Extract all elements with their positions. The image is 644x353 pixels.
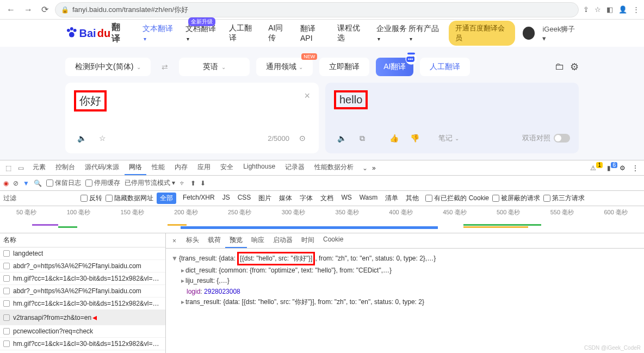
profile-icon[interactable]: 👤 <box>618 5 627 14</box>
domain-select[interactable]: 通用领域 ⌄ NEW <box>256 58 313 76</box>
request-row[interactable]: v2transapi?from=zh&to=en◂ <box>0 310 165 325</box>
close-detail-button[interactable]: × <box>168 237 181 245</box>
issues-badge[interactable]: ▮6 <box>603 162 615 174</box>
chip-all[interactable]: 全部 <box>157 193 176 204</box>
devtools-tab[interactable]: 性能 <box>147 160 169 175</box>
panel-icon[interactable]: ◧ <box>606 5 613 14</box>
inspect-icon[interactable]: ⬚ <box>3 164 14 172</box>
filter-chip[interactable]: 图片 <box>255 193 275 204</box>
nav-item-3[interactable]: AI同传 <box>268 23 289 43</box>
keyboard-icon[interactable]: ⊙ <box>295 131 310 146</box>
download-icon[interactable]: ⬇ <box>200 179 206 187</box>
blocked-req-check[interactable]: 被屏蔽的请求 <box>492 194 540 203</box>
request-row[interactable]: pcnewcollection?req=check <box>0 325 165 338</box>
devtools-tab[interactable]: 控制台 <box>51 160 79 175</box>
request-row[interactable]: hm.gif?cc=1&ck=1&cl=30-bit&ds=1512x982&v… <box>0 338 165 350</box>
request-row[interactable]: hm.gif?cc=1&ck=1&cl=30-bit&ds=1512x982&v… <box>0 298 165 310</box>
network-timeline[interactable]: 50 毫秒100 毫秒150 毫秒200 毫秒250 毫秒300 毫秒350 毫… <box>0 206 644 233</box>
thumb-up-icon[interactable]: 👍 <box>386 131 401 146</box>
source-text-box[interactable]: 你好 × 🔈 ☆ 2/5000 ⊙ <box>65 83 319 153</box>
devtools-more-icon[interactable]: ⋮ <box>630 164 641 172</box>
filter-chip[interactable]: Fetch/XHR <box>179 193 218 204</box>
filter-chip[interactable]: 字体 <box>296 193 316 204</box>
request-row[interactable]: langdetect <box>0 247 165 260</box>
blocked-cookie-check[interactable]: 有已拦截的 Cookie <box>425 194 489 203</box>
notes-link[interactable]: 笔记 ⌄ <box>438 133 459 143</box>
human-translate-button[interactable]: 人工翻译 <box>420 58 470 76</box>
more-tabs-icon[interactable]: » <box>372 164 376 172</box>
request-row[interactable]: abdr?_o=https%3A%2F%2Ffanyi.baidu.com <box>0 260 165 273</box>
request-row[interactable]: abdr?_o=https%3A%2F%2Ffanyi.baidu.com <box>0 285 165 298</box>
devtools-tab[interactable]: 网络 <box>125 160 146 175</box>
devtools-tab[interactable]: Lighthouse <box>239 160 280 175</box>
copy-icon[interactable]: ⧉ <box>355 131 370 146</box>
logo[interactable]: Baidu 翻译 <box>65 22 127 45</box>
url-bar[interactable]: 🔒 fanyi.baidu.com/translate#zh/en/你好 <box>55 2 579 17</box>
swap-lang-button[interactable]: ⇄ <box>157 59 172 75</box>
devtools-tab[interactable]: 记录器 <box>281 160 309 175</box>
menu-icon[interactable]: ⋮ <box>633 5 640 14</box>
forward-button[interactable]: → <box>22 3 35 17</box>
detail-tab[interactable]: 预览 <box>225 233 247 248</box>
dst-lang-select[interactable]: 英语⌄ <box>179 58 250 76</box>
third-party-check[interactable]: 第三方请求 <box>543 194 585 203</box>
nav-item-5[interactable]: 课程优选 <box>337 23 366 43</box>
hide-dataurl-check[interactable]: 隐藏数据网址 <box>106 194 153 203</box>
record-button[interactable]: ◉ <box>3 179 9 187</box>
request-row[interactable]: hm.gif?cc=1&ck=1&cl=30-bit&ds=1512x982&v… <box>0 273 165 285</box>
nav-item-1[interactable]: 文档翻译▾全新升级 <box>185 24 218 42</box>
filter-icon[interactable]: ▼ <box>23 179 29 187</box>
request-list[interactable]: 名称 langdetectabdr?_o=https%3A%2F%2Ffanyi… <box>0 233 166 353</box>
nav-item-0[interactable]: 文本翻译▾ <box>143 24 175 42</box>
devtools-tab[interactable]: 应用 <box>193 160 215 175</box>
request-row[interactable]: hm.gif?cc=1&ck=1&cl=30-bit&ds=1512x982&v… <box>0 350 165 353</box>
expand-icon[interactable]: ⌄ <box>362 164 368 172</box>
devtools-tab[interactable]: 元素 <box>28 160 50 175</box>
nav-item-6[interactable]: 企业服务▾ <box>376 24 408 42</box>
throttle-select[interactable]: 已停用节流模式 ▾ <box>125 178 175 188</box>
filter-chip[interactable]: WS <box>338 193 355 204</box>
ai-translate-button[interactable]: AI翻译 ••• <box>376 58 413 76</box>
reload-button[interactable]: ⟳ <box>39 2 51 17</box>
bilingual-switch[interactable] <box>554 134 570 143</box>
clear-input-button[interactable]: × <box>304 90 310 102</box>
back-button[interactable]: ← <box>4 3 17 17</box>
detail-tab[interactable]: 响应 <box>247 233 269 248</box>
devtools-tab[interactable]: 性能数据分析 <box>310 160 358 175</box>
settings-icon[interactable]: ⚙ <box>570 61 579 73</box>
folder-icon[interactable]: 🗀 <box>555 61 565 73</box>
clear-button[interactable]: ⊘ <box>13 179 18 187</box>
filter-chip[interactable]: 清单 <box>382 193 401 204</box>
devtools-tab[interactable]: 内存 <box>170 160 192 175</box>
upload-icon[interactable]: ⬆ <box>190 179 196 187</box>
disable-cache-check[interactable]: 停用缓存 <box>85 178 120 188</box>
device-icon[interactable]: ▭ <box>16 164 26 172</box>
filter-chip[interactable]: 文档 <box>317 193 337 204</box>
devtools-tab[interactable]: 源代码/来源 <box>81 160 123 175</box>
username[interactable]: iGeek狮子 ▾ <box>542 24 579 42</box>
preview-body[interactable]: ▼{trans_result: {data: [{dst: "hello", s… <box>166 249 644 311</box>
preserve-log-check[interactable]: 保留日志 <box>46 178 81 188</box>
vip-button[interactable]: 开通百度翻译会员 <box>449 21 515 46</box>
src-lang-select[interactable]: 检测到中文(简体)⌄ <box>65 58 151 76</box>
devtools-tab[interactable]: 安全 <box>216 160 238 175</box>
search-icon[interactable]: 🔍 <box>34 179 42 187</box>
invert-check[interactable]: 反转 <box>81 194 102 203</box>
all-products[interactable]: 所有产品▾ <box>408 24 441 42</box>
speaker-icon[interactable]: 🔈 <box>334 131 349 146</box>
translate-button[interactable]: 立即翻译 <box>319 58 369 76</box>
avatar[interactable] <box>523 27 535 40</box>
filter-chip[interactable]: 媒体 <box>276 193 295 204</box>
filter-chip[interactable]: 其他 <box>403 193 422 204</box>
devtools-settings-icon[interactable]: ⚙ <box>617 164 628 172</box>
wifi-icon[interactable]: ᯤ <box>179 179 186 187</box>
warnings-badge[interactable]: ⚠1 <box>586 162 600 174</box>
nav-item-4[interactable]: 翻译API <box>300 24 326 42</box>
detail-tab[interactable]: Cookie <box>319 233 348 248</box>
detail-tab[interactable]: 标头 <box>182 233 203 248</box>
star-icon[interactable]: ☆ <box>95 131 110 146</box>
filter-chip[interactable]: CSS <box>234 193 255 204</box>
bookmark-icon[interactable]: ☆ <box>595 5 601 14</box>
detail-tab[interactable]: 时间 <box>297 233 319 248</box>
detail-tab[interactable]: 载荷 <box>203 233 225 248</box>
